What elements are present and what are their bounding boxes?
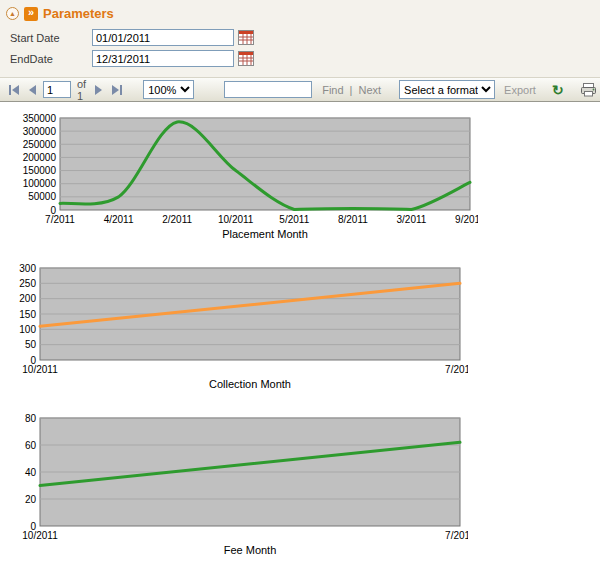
start-date-input[interactable] <box>92 29 234 46</box>
svg-text:Placement Month: Placement Month <box>222 228 308 240</box>
find-next-separator: | <box>350 84 353 96</box>
collection-month-chart: 05010015020025030010/20117/2011Collectio… <box>8 260 468 394</box>
report-body: 0500001000001500002000002500003000003500… <box>0 102 600 564</box>
refresh-icon[interactable]: ↻ <box>552 83 564 97</box>
parameters-title: Parameters <box>43 6 114 21</box>
svg-text:250: 250 <box>19 278 36 289</box>
svg-text:7/2011: 7/2011 <box>445 364 468 375</box>
svg-text:8/2011: 8/2011 <box>338 214 368 225</box>
previous-page-button[interactable] <box>26 83 39 97</box>
svg-text:5/2011: 5/2011 <box>279 214 309 225</box>
svg-text:2/2011: 2/2011 <box>162 214 192 225</box>
start-date-calendar-icon[interactable] <box>238 30 254 45</box>
svg-text:7/2011: 7/2011 <box>445 530 468 541</box>
svg-text:80: 80 <box>25 413 37 424</box>
fee-month-chart-block: 02040608010/20117/2011Fee Month <box>8 410 600 564</box>
parameter-rows: Start Date EndDate <box>0 25 600 69</box>
fee-month-chart: 02040608010/20117/2011Fee Month <box>8 410 468 560</box>
end-date-calendar-icon[interactable] <box>238 51 254 66</box>
parameters-panel: ▲ » Parameters Start Date EndDate <box>0 0 600 77</box>
zoom-select[interactable]: 100% <box>143 80 194 99</box>
first-page-icon <box>9 85 11 95</box>
start-date-row: Start Date <box>10 27 590 48</box>
last-page-button[interactable] <box>109 83 125 97</box>
svg-text:7/2011: 7/2011 <box>45 214 75 225</box>
svg-text:300000: 300000 <box>23 126 57 137</box>
next-page-button[interactable] <box>92 83 105 97</box>
end-date-row: EndDate <box>10 48 590 69</box>
svg-text:10/2011: 10/2011 <box>22 530 58 541</box>
end-date-input[interactable] <box>92 50 234 67</box>
svg-text:3/2011: 3/2011 <box>397 214 427 225</box>
svg-text:150: 150 <box>19 309 36 320</box>
double-chevron-icon: » <box>24 7 38 21</box>
svg-text:150000: 150000 <box>23 165 57 176</box>
svg-text:250000: 250000 <box>23 139 57 150</box>
svg-text:50: 50 <box>25 339 37 350</box>
page-number-input[interactable] <box>43 81 71 98</box>
svg-text:20: 20 <box>25 494 37 505</box>
svg-text:100: 100 <box>19 324 36 335</box>
svg-text:Fee Month: Fee Month <box>224 544 277 556</box>
placement-month-chart-block: 0500001000001500002000002500003000003500… <box>8 110 600 248</box>
previous-page-icon <box>29 85 36 95</box>
find-link[interactable]: Find <box>322 84 343 96</box>
svg-text:10/2011: 10/2011 <box>218 214 254 225</box>
format-select[interactable]: Select a format <box>399 80 495 99</box>
svg-text:300: 300 <box>19 263 36 274</box>
last-page-icon <box>112 85 119 95</box>
placement-month-chart: 0500001000001500002000002500003000003500… <box>8 110 478 244</box>
print-icon[interactable] <box>580 82 597 97</box>
svg-text:200000: 200000 <box>23 152 57 163</box>
svg-text:4/2011: 4/2011 <box>104 214 134 225</box>
svg-text:60: 60 <box>25 440 37 451</box>
start-date-label: Start Date <box>10 32 92 44</box>
collapse-arrow-icon: ▲ <box>9 10 16 17</box>
svg-text:40: 40 <box>25 467 37 478</box>
next-page-icon <box>95 85 102 95</box>
collapse-parameters-button[interactable]: ▲ <box>6 7 19 20</box>
svg-text:Collection Month: Collection Month <box>209 378 291 390</box>
collection-month-chart-block: 05010015020025030010/20117/2011Collectio… <box>8 260 600 398</box>
svg-text:100000: 100000 <box>23 178 57 189</box>
first-page-button[interactable] <box>6 83 22 97</box>
svg-text:350000: 350000 <box>23 113 57 124</box>
find-input[interactable] <box>224 81 312 98</box>
svg-text:10/2011: 10/2011 <box>22 364 58 375</box>
svg-text:200: 200 <box>19 293 36 304</box>
export-link[interactable]: Export <box>504 84 536 96</box>
parameters-header: ▲ » Parameters <box>0 3 600 25</box>
page-count-label: of 1 <box>77 78 86 102</box>
svg-text:9/2011: 9/2011 <box>455 214 478 225</box>
end-date-label: EndDate <box>10 53 92 65</box>
next-link[interactable]: Next <box>358 84 381 96</box>
svg-text:50000: 50000 <box>28 191 56 202</box>
report-toolbar: of 1 100% Find | Next Select a format Ex… <box>0 77 600 102</box>
